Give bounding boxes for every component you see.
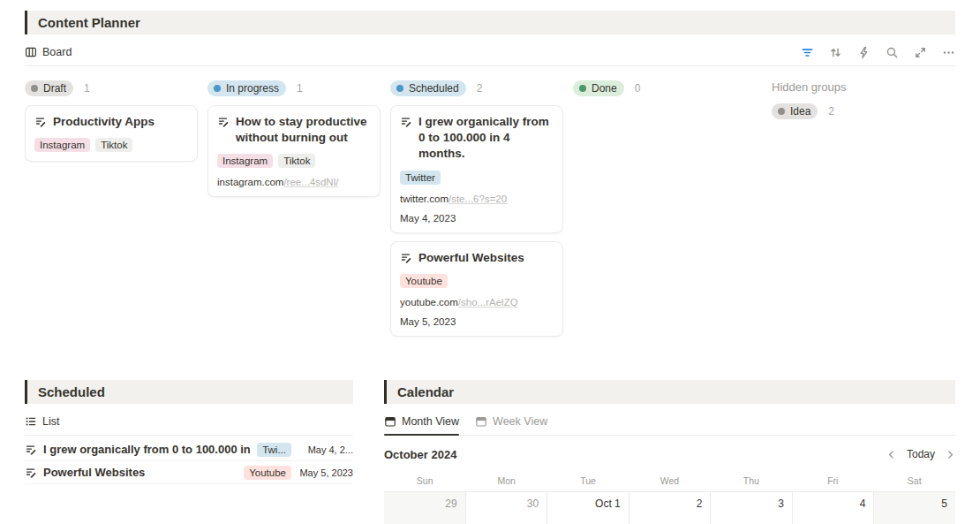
- kanban-board: Draft 1 Productivity Apps Instagram Tikt…: [25, 80, 955, 345]
- tag-instagram: Instagram: [217, 154, 273, 168]
- tab-board[interactable]: Board: [25, 46, 72, 58]
- status-pill-draft: Draft: [25, 80, 73, 96]
- card-title: How to stay productive without burning o…: [236, 114, 371, 146]
- card-title-row: Productivity Apps: [34, 114, 188, 130]
- tag-tiktok: Tiktok: [95, 138, 132, 152]
- more-options-icon[interactable]: [942, 46, 955, 59]
- column-done: Done 0: [573, 80, 746, 105]
- column-scheduled-header: Scheduled 2: [390, 80, 563, 97]
- card-title-row: Powerful Websites: [400, 250, 554, 266]
- list-tab-label: List: [42, 415, 59, 428]
- card-title-row: How to stay productive without burning o…: [217, 114, 371, 146]
- column-in-progress: In progress 1 How to stay productive wit…: [207, 80, 381, 205]
- chevron-left-icon[interactable]: [886, 450, 896, 459]
- tag-twitter-truncated: Twi...: [257, 443, 291, 457]
- calendar-cell-oct-4[interactable]: 4: [792, 492, 874, 524]
- card-tags: Twitter: [400, 171, 554, 185]
- filter-icon[interactable]: [801, 46, 814, 59]
- tag-tiktok: Tiktok: [278, 154, 315, 168]
- status-label: Idea: [790, 105, 810, 118]
- tab-list[interactable]: List: [25, 408, 59, 435]
- hidden-groups-panel: Hidden groups Idea 2: [772, 80, 847, 119]
- kanban-card-powerful-websites[interactable]: Powerful Websites Youtube youtube.com/sh…: [390, 241, 563, 337]
- status-dot: [579, 85, 586, 92]
- kanban-card-how-to-stay-productive[interactable]: How to stay productive without burning o…: [207, 105, 381, 197]
- column-in-progress-header: In progress 1: [207, 80, 381, 97]
- scheduled-title: Scheduled: [38, 384, 105, 399]
- tag-youtube: Youtube: [244, 466, 291, 480]
- today-button[interactable]: Today: [907, 448, 935, 460]
- day-header-wed: Wed: [629, 471, 710, 491]
- page-edit-icon: [25, 444, 37, 456]
- hidden-group-idea[interactable]: Idea 2: [772, 103, 847, 119]
- list-item-i-grew-organically[interactable]: I grew organically from 0 to 100.000 in …: [25, 438, 353, 461]
- automation-lightning-icon[interactable]: [857, 46, 871, 59]
- hidden-groups-label: Hidden groups: [772, 80, 847, 94]
- board-icon: [25, 46, 37, 58]
- kanban-card-i-grew-organically[interactable]: I grew organically from 0 to 100.000 in …: [390, 105, 563, 233]
- calendar-day-headers: Sun Mon Tue Wed Thu Fri Sat: [384, 471, 955, 491]
- day-header-thu: Thu: [711, 471, 792, 491]
- calendar-view-row: Month View Week View: [384, 408, 955, 436]
- page-title: Content Planner: [38, 15, 140, 30]
- list-item-powerful-websites[interactable]: Powerful Websites Youtube May 5, 2023: [25, 461, 353, 484]
- status-pill-done: Done: [573, 80, 624, 96]
- page-edit-icon: [34, 116, 47, 128]
- card-link[interactable]: youtube.com/sho...rAelZQ: [400, 297, 554, 308]
- expand-icon[interactable]: [914, 46, 927, 59]
- calendar-title: Calendar: [397, 384, 454, 399]
- column-count: 1: [84, 82, 90, 95]
- tag-instagram: Instagram: [34, 138, 90, 152]
- content-planner-page: Content Planner Board: [0, 0, 980, 524]
- month-label: October 2024: [384, 448, 456, 461]
- calendar-cell-oct-5[interactable]: 5: [873, 492, 955, 524]
- calendar-header: Calendar: [384, 380, 955, 404]
- calendar-cell-sep-30[interactable]: 30: [465, 492, 547, 524]
- column-count: 2: [477, 82, 483, 95]
- board-tab-label: Board: [42, 46, 72, 58]
- tab-month-view[interactable]: Month View: [384, 408, 459, 435]
- card-title: Productivity Apps: [53, 114, 155, 130]
- search-icon[interactable]: [886, 46, 899, 59]
- status-dot: [214, 85, 221, 92]
- calendar-cell-oct-3[interactable]: 3: [710, 492, 792, 524]
- status-label: Scheduled: [409, 82, 459, 95]
- card-tags: Instagram Tiktok: [217, 154, 371, 168]
- calendar-cell-oct-2[interactable]: 2: [629, 492, 711, 524]
- calendar-cell-sep-29[interactable]: 29: [384, 492, 465, 524]
- card-title: Powerful Websites: [418, 250, 524, 266]
- status-dot: [778, 108, 785, 115]
- column-draft: Draft 1 Productivity Apps Instagram Tikt…: [25, 80, 198, 170]
- calendar-month-row: October 2024 Today: [384, 444, 955, 465]
- kanban-card-productivity-apps[interactable]: Productivity Apps Instagram Tiktok: [25, 105, 198, 162]
- content-planner-header: Content Planner: [25, 11, 955, 34]
- chevron-right-icon[interactable]: [946, 450, 955, 459]
- day-header-sat: Sat: [874, 471, 955, 491]
- scheduled-rows: I grew organically from 0 to 100.000 in …: [25, 438, 353, 484]
- list-item-date: May 4, 2...: [298, 444, 353, 455]
- column-scheduled: Scheduled 2 I grew organically from 0 to…: [390, 80, 563, 345]
- status-pill-in-progress: In progress: [207, 80, 286, 96]
- calendar-icon: [475, 415, 487, 428]
- calendar-cell-oct-1[interactable]: Oct 1: [547, 492, 629, 524]
- link-domain: youtube.com: [400, 297, 458, 308]
- content-planner-section: Content Planner Board: [25, 11, 955, 345]
- list-item-title: Powerful Websites: [43, 466, 145, 479]
- day-header-sun: Sun: [384, 471, 465, 491]
- page-edit-icon: [400, 252, 412, 264]
- card-tags: Youtube: [400, 274, 554, 288]
- sort-icon[interactable]: [829, 46, 842, 59]
- list-item-title-row: I grew organically from 0 to 100.000 in …: [25, 443, 250, 456]
- card-title-row: I grew organically from 0 to 100.000 in …: [400, 114, 554, 163]
- card-link[interactable]: twitter.com/ste...6?s=20: [400, 194, 554, 204]
- link-path: /sho...rAelZQ: [458, 297, 518, 308]
- week-view-label: Week View: [493, 415, 547, 428]
- link-domain: instagram.com: [217, 177, 283, 187]
- tab-week-view[interactable]: Week View: [475, 408, 547, 435]
- card-link[interactable]: instagram.com/ree...4sdNl/: [217, 177, 371, 187]
- status-pill-idea: Idea: [772, 103, 818, 119]
- bottom-sections: Scheduled List I grew organically from 0…: [25, 380, 955, 524]
- calendar-section: Calendar Month View Week View October: [384, 380, 955, 524]
- tag-twitter: Twitter: [400, 171, 441, 185]
- card-date: May 4, 2023: [400, 213, 554, 224]
